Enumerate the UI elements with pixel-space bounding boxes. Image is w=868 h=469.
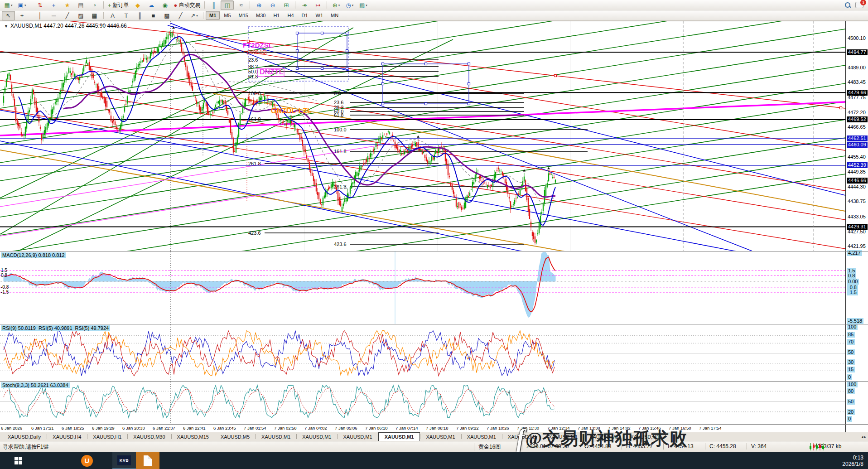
profiles-button[interactable]: ▣▾ (15, 0, 29, 10)
price-axis-label: 4466.65 (848, 124, 866, 130)
zoom-in-icon: ⊕ (257, 2, 262, 8)
periods-button[interactable]: ◷▾ (343, 0, 356, 10)
time-axis-label: 7 Jan 12:34 (547, 425, 570, 430)
chart-candles-icon: ◫ (225, 2, 230, 8)
chart-tab[interactable]: XAUUSD,M1 (420, 432, 461, 441)
timeframe-m30[interactable]: M30 (252, 11, 269, 20)
chart-tab[interactable]: XAUUSD,M30 (127, 432, 171, 441)
new-chart-button[interactable]: ▦▾ (2, 0, 15, 10)
uc-browser-button[interactable]: U (75, 452, 99, 469)
chart-tab[interactable]: XAUUSD,M15 (171, 432, 215, 441)
tile-windows-button[interactable]: ⊞ (280, 0, 293, 10)
chart-tab[interactable]: XAUUSD,M1 (502, 432, 543, 441)
main-chart-canvas[interactable]: 23.638.250.061.8100.0161.8261.8423.60.02… (0, 21, 845, 251)
terminal-button[interactable]: ▤ (74, 0, 87, 10)
status-bar: 寻求帮助,请按F1键 黄金16图2026.01.07 09:30O: 4454.… (0, 441, 868, 452)
clock-date: 2026/1/8 (842, 461, 863, 467)
indicators-button[interactable]: ⊕▾ (329, 0, 342, 10)
document-app-button[interactable] (136, 452, 159, 469)
crosshair-tool[interactable]: + (15, 11, 29, 20)
trendline-tool[interactable]: ╱ (61, 11, 74, 20)
chart-bars-button[interactable]: ║ (207, 0, 220, 10)
pattern-tool-icon: ▩ (164, 13, 169, 19)
time-axis-label: 7 Jan 09:22 (456, 425, 479, 430)
fibonacci-tool[interactable]: ▦ (88, 11, 101, 20)
taskbar-clock: 0:13 2026/1/8 (842, 454, 868, 467)
chart-tab[interactable]: XAUUSD,M1 (583, 432, 624, 441)
status-field: O: 4454.88 (580, 443, 611, 450)
time-axis-label: 7 Jan 14:42 (608, 425, 631, 430)
chart-shift-button[interactable]: ↦ (311, 0, 324, 10)
new-order-button[interactable]: +新订单 (106, 0, 131, 10)
timeframe-m5[interactable]: M5 (220, 11, 234, 20)
search-icon[interactable] (845, 2, 851, 8)
chart-tab[interactable]: XAUUSD,M1 (624, 432, 665, 441)
strategy-tester-button[interactable]: ◔ (88, 0, 101, 10)
arrows-tool[interactable]: ↗▾ (188, 11, 201, 20)
chart-tab[interactable]: XAUUSD,M5 (215, 432, 256, 441)
zoom-in-button[interactable]: ⊕ (252, 0, 265, 10)
chart-tab[interactable]: XAUUSD,M1 (461, 432, 502, 441)
notifications-icon[interactable]: 1 (855, 2, 863, 8)
chart-candles-button[interactable]: ◫ (221, 0, 234, 10)
horizontal-line-tool[interactable]: ─ (47, 11, 60, 20)
time-axis[interactable]: 6 Jan 20266 Jan 17:216 Jan 18:256 Jan 19… (0, 425, 845, 432)
time-axis-label: 7 Jan 11:30 (517, 425, 539, 430)
signals-button[interactable]: ◉ (159, 0, 172, 10)
chart-line-button[interactable]: ≈ (234, 0, 247, 10)
stoch-scale-label: 0 (847, 416, 852, 422)
metaeditor-button[interactable]: ◆ (131, 0, 145, 10)
timeframe-mn[interactable]: MN (327, 11, 342, 20)
chart-tab[interactable]: XAUUSD,M1 (337, 432, 378, 441)
pattern-tool[interactable]: ▩ (160, 11, 174, 20)
chart-tab[interactable]: XAUUSD,M1 (256, 432, 296, 441)
timeframe-d1[interactable]: D1 (298, 11, 312, 20)
kvb-app-button[interactable]: KVB (112, 452, 136, 469)
pane-separator[interactable] (0, 251, 868, 251)
tab-scroll-right[interactable]: ▸ (864, 435, 866, 439)
chart-tab[interactable]: XAUUSD,M1 (378, 432, 420, 441)
chart-annotation: 100.0 (248, 91, 261, 96)
zoom-out-button[interactable]: ⊖ (266, 0, 279, 10)
label-tool[interactable]: T (120, 11, 133, 20)
cursor-tool-icon: ↖ (6, 13, 11, 19)
start-button[interactable] (6, 452, 30, 469)
timeframe-m15[interactable]: M15 (235, 11, 252, 20)
pane-separator[interactable] (0, 381, 868, 382)
macd-pane-canvas[interactable] (0, 251, 845, 324)
chart-tab[interactable]: XAUUSD,M1 (543, 432, 583, 441)
data-window-button[interactable]: + (47, 0, 60, 10)
cursor-tool[interactable]: ↖ (2, 11, 15, 20)
timeframe-h4[interactable]: H4 (284, 11, 297, 20)
market-watch-button[interactable]: ⇅ (34, 0, 47, 10)
price-axis[interactable]: 4500.104494.774489.004483.454479.664477.… (845, 21, 868, 432)
chart-tab[interactable]: XAUUSD,H4 (47, 432, 87, 441)
auto-scroll-button[interactable]: ↠ (298, 0, 311, 10)
timeframe-m1[interactable]: M1 (206, 11, 220, 20)
chart-tab[interactable]: XAUUSD,M1 (296, 432, 337, 441)
navigator-button[interactable]: ★ (61, 0, 74, 10)
rsi-pane-canvas[interactable] (0, 324, 845, 381)
line-tool[interactable]: ╱ (174, 11, 187, 20)
templates-button[interactable]: ▨▾ (357, 0, 370, 10)
chart-window[interactable]: ▼XAUUSD,M1 4447.20 4447.26 4445.90 4446.… (0, 21, 868, 432)
tab-scroll-left[interactable]: ◂ (861, 435, 863, 439)
rectangle-tool[interactable]: ■ (147, 11, 160, 20)
chart-tab[interactable]: XAUUSD,H1 (87, 432, 127, 441)
chart-tab[interactable]: XAUUSD,Daily (2, 432, 47, 441)
community-button[interactable]: ☁ (145, 0, 158, 10)
watermark-candles (809, 442, 825, 451)
vertical-line-tool[interactable]: │ (34, 11, 47, 20)
strategy-tester-icon: ◔ (93, 2, 96, 8)
text-tool[interactable]: A (106, 11, 119, 20)
stoch-pane-canvas[interactable] (0, 382, 845, 425)
channel-tool[interactable]: ▨ (74, 11, 87, 20)
autotrading-button[interactable]: ●自动交易 (172, 0, 203, 10)
timeframe-w1[interactable]: W1 (312, 11, 327, 20)
cycle-lines-tool[interactable]: ║ (133, 11, 146, 20)
timeframe-h1[interactable]: H1 (270, 11, 283, 20)
pane-separator[interactable] (0, 324, 868, 324)
rsi-scale-label: 50 (847, 349, 855, 355)
toolbar-separator (31, 12, 31, 19)
chart-collapse-icon[interactable]: ▼ (4, 24, 8, 29)
